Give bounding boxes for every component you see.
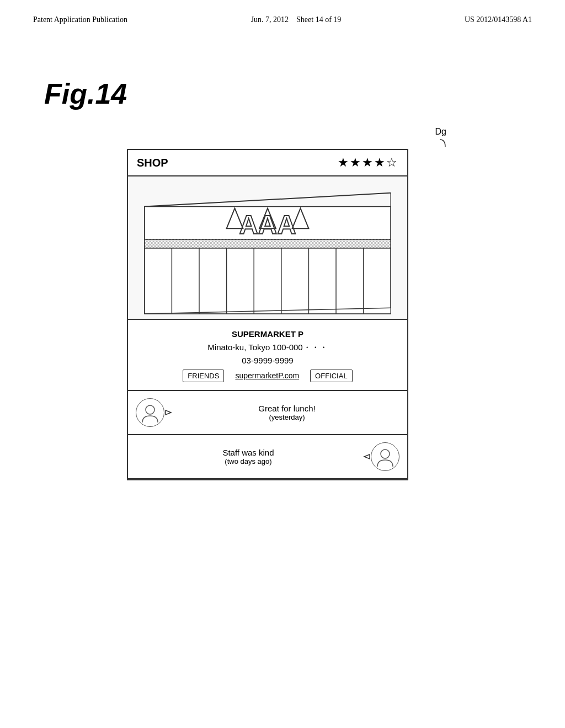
building-svg: AAA [128, 176, 407, 319]
svg-rect-10 [145, 248, 391, 314]
arrow-right-icon-1 [164, 408, 174, 417]
header-left: Patent Application Publication [33, 15, 127, 24]
device-screen: SHOP ★★★★☆ AAA [127, 149, 408, 480]
website-link[interactable]: supermarketP.com [235, 370, 299, 382]
store-info-section: SUPERMARKET P Minato-ku, Tokyo 100-000・・… [128, 320, 407, 391]
avatar-2 [371, 442, 399, 471]
dg-curve-arrow [431, 137, 448, 153]
header-middle: Jun. 7, 2012 Sheet 14 of 19 [251, 15, 342, 24]
header-right: US 2012/0143598 A1 [465, 15, 532, 24]
figure-title: Fig.14 [44, 77, 127, 110]
svg-marker-24 [166, 410, 171, 415]
review-text-2: Staff was kind (two days ago) [136, 448, 361, 465]
arrow-left-icon-2 [361, 452, 371, 462]
friends-button[interactable]: FRIENDS [183, 370, 224, 382]
info-buttons-row: FRIENDS supermarketP.com OFFICIAL [137, 370, 398, 382]
svg-point-23 [146, 405, 154, 414]
review-row-1: Great for lunch! (yesterday) [128, 391, 407, 435]
store-phone: 03-9999-9999 [137, 354, 398, 367]
shop-header: SHOP ★★★★☆ [128, 150, 407, 176]
shop-label: SHOP [137, 157, 168, 169]
review-row-2: Staff was kind (two days ago) [128, 435, 407, 479]
building-image: AAA [128, 176, 407, 320]
patent-header: Patent Application Publication Jun. 7, 2… [0, 0, 565, 24]
store-address: Minato-ku, Tokyo 100-000・・・ [137, 341, 398, 354]
svg-text:AAA: AAA [239, 210, 296, 239]
official-button[interactable]: OFFICIAL [310, 370, 353, 382]
avatar-1 [136, 398, 164, 427]
dg-label: Dg [435, 127, 446, 137]
star-rating: ★★★★☆ [338, 156, 398, 170]
svg-point-26 [381, 449, 390, 458]
svg-marker-25 [364, 454, 370, 459]
store-name: SUPERMARKET P [137, 328, 398, 341]
sheet-info: Sheet 14 of 19 [296, 15, 341, 24]
review-text-1: Great for lunch! (yesterday) [174, 404, 399, 421]
svg-rect-7 [145, 239, 391, 248]
